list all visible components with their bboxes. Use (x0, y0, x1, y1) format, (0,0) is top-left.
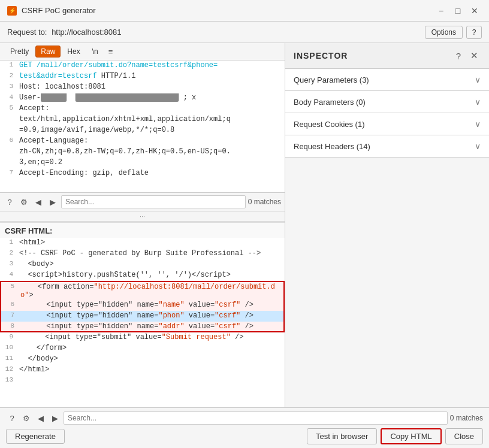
csrf-line-1: 1 <html> (0, 238, 285, 249)
csrf-line-9: 9 <input type="submit" value="Submit req… (0, 332, 285, 343)
settings-search-icon[interactable]: ⚙ (18, 196, 30, 208)
inspector-request-cookies: Request Cookies (1) ∨ (285, 113, 489, 135)
bottom-settings-icon[interactable]: ⚙ (20, 412, 32, 424)
csrf-line-3: 3 <body> (0, 259, 285, 270)
csrf-line-2: 2 <!-- CSRF PoC - generated by Burp Suit… (0, 249, 285, 259)
request-search-matches: 0 matches (248, 198, 281, 206)
request-bar: Request to: http://localhost:8081 Option… (0, 22, 489, 43)
bottom-search-matches: 0 matches (450, 414, 483, 422)
req-line-1: 1 GET /mall/order/submit.do?name=testcsr… (0, 60, 285, 71)
query-params-header[interactable]: Query Parameters (3) ∨ (285, 69, 489, 90)
menu-icon-button[interactable]: ≡ (105, 46, 117, 57)
csrf-line-11: 11 </body> (0, 354, 285, 365)
request-cookies-chevron: ∨ (475, 119, 481, 129)
request-search-input[interactable] (61, 195, 246, 208)
titlebar-controls: − □ ✕ (434, 5, 482, 17)
copy-html-button[interactable]: Copy HTML (381, 428, 441, 444)
app-icon: ⚡ (7, 6, 17, 16)
csrf-label: CSRF HTML: (0, 223, 285, 238)
tab-pretty[interactable]: Pretty (5, 46, 34, 57)
close-window-button[interactable]: ✕ (467, 5, 482, 17)
csrf-code: 1 <html> 2 <!-- CSRF PoC - generated by … (0, 238, 285, 407)
bottom-bar: ? ⚙ ◀ ▶ 0 matches Regenerate Test in bro… (0, 407, 489, 448)
csrf-line-8: 8 <input type="hidden" name="addr" value… (0, 322, 285, 332)
req-line-4: 4 User-██████ ████████████████████████ ;… (0, 93, 285, 104)
test-browser-button[interactable]: Test in browser (307, 428, 377, 444)
request-code: 1 GET /mall/order/submit.do?name=testcsr… (0, 60, 285, 192)
request-url: Request to: http://localhost:8081 (7, 28, 121, 37)
csrf-section: CSRF HTML: 1 <html> 2 <!-- CSRF PoC - ge… (0, 222, 285, 407)
request-headers-chevron: ∨ (475, 141, 481, 151)
inspector-controls: ? ✕ (452, 49, 481, 62)
inspector-help-button[interactable]: ? (452, 49, 465, 62)
req-line-6c: 3,en;q=0.2 (0, 158, 285, 168)
inspector-title: INSPECTOR (294, 51, 348, 60)
body-params-chevron: ∨ (475, 97, 481, 107)
request-headers-header[interactable]: Request Headers (14) ∨ (285, 135, 489, 157)
main-area: Pretty Raw Hex \n ≡ 1 GET /mall/order/su… (0, 43, 489, 407)
tab-newline[interactable]: \n (87, 46, 104, 57)
query-params-label: Query Parameters (3) (294, 75, 369, 84)
bottom-right-buttons: Test in browser Copy HTML Close (307, 428, 483, 444)
req-line-2: 2 test&addr=testcsrf HTTP/1.1 (0, 71, 285, 82)
help-search-icon[interactable]: ? (4, 196, 16, 208)
bottom-btn-row: Regenerate Test in browser Copy HTML Clo… (6, 428, 483, 444)
inspector-body-params: Body Parameters (0) ∨ (285, 91, 489, 113)
bottom-help-icon[interactable]: ? (6, 412, 18, 424)
csrf-line-4: 4 <script>history.pushState('', '', '/')… (0, 270, 285, 281)
csrf-line-7: 7 <input type="hidden" name="phon" value… (0, 311, 285, 322)
inspector-query-params: Query Parameters (3) ∨ (285, 69, 489, 91)
bottom-next-icon[interactable]: ▶ (49, 412, 61, 424)
request-toolbar: Pretty Raw Hex \n ≡ (0, 43, 285, 60)
next-match-icon[interactable]: ▶ (47, 196, 59, 208)
app-title: CSRF PoC generator (22, 6, 96, 15)
inspector-panel: INSPECTOR ? ✕ Query Parameters (3) ∨ Bod… (285, 43, 489, 407)
request-search-bar: ? ⚙ ◀ ▶ 0 matches (0, 192, 285, 211)
inspector-request-headers: Request Headers (14) ∨ (285, 135, 489, 158)
req-line-6b: zh-CN,zh;q=0.8,zh-TW;q=0.7,zh-HK;q=0.5,e… (0, 147, 285, 158)
body-params-header[interactable]: Body Parameters (0) ∨ (285, 91, 489, 113)
close-button[interactable]: Close (445, 428, 483, 444)
req-line-5c: =0.9,image/avif,image/webp,*/*;q=0.8 (0, 125, 285, 136)
req-line-5: 5 Accept: (0, 104, 285, 114)
bottom-search-input[interactable] (64, 411, 448, 425)
titlebar-left: ⚡ CSRF PoC generator (7, 6, 96, 16)
bottom-search-row: ? ⚙ ◀ ▶ 0 matches (6, 411, 483, 425)
req-line-3: 3 Host: localhost:8081 (0, 82, 285, 93)
inspector-header: INSPECTOR ? ✕ (285, 43, 489, 69)
req-line-5b: text/html,application/xhtml+xml,applicat… (0, 114, 285, 125)
csrf-line-13: 13 (0, 376, 285, 386)
prev-match-icon[interactable]: ◀ (32, 196, 44, 208)
csrf-line-5: 5 <form action="http://localhost:8081/ma… (0, 281, 285, 300)
csrf-line-10: 10 </form> (0, 343, 285, 354)
maximize-button[interactable]: □ (451, 5, 465, 17)
body-params-label: Body Parameters (0) (294, 98, 366, 107)
minimize-button[interactable]: − (434, 5, 448, 17)
request-cookies-label: Request Cookies (1) (294, 120, 365, 129)
csrf-line-6: 6 <input type="hidden" name="name" value… (0, 300, 285, 311)
regenerate-button[interactable]: Regenerate (6, 429, 65, 444)
inspector-close-button[interactable]: ✕ (467, 49, 481, 62)
tab-raw[interactable]: Raw (35, 46, 61, 57)
options-button[interactable]: Options (425, 26, 463, 39)
csrf-line-12: 12 </html> (0, 365, 285, 376)
request-cookies-header[interactable]: Request Cookies (1) ∨ (285, 113, 489, 135)
bottom-prev-icon[interactable]: ◀ (35, 412, 47, 424)
query-params-chevron: ∨ (475, 75, 481, 84)
help-button[interactable]: ? (466, 26, 482, 39)
left-panel: Pretty Raw Hex \n ≡ 1 GET /mall/order/su… (0, 43, 285, 407)
tab-hex[interactable]: Hex (62, 46, 85, 57)
titlebar: ⚡ CSRF PoC generator − □ ✕ (0, 0, 489, 22)
req-line-6: 6 Accept-Language: (0, 136, 285, 147)
req-line-7: 7 Accept-Encoding: gzip, deflate (0, 168, 285, 179)
divider-dots: ··· (0, 211, 285, 222)
request-headers-label: Request Headers (14) (294, 142, 370, 151)
form-highlight-container: 9 <input type="submit" value="Submit req… (0, 332, 285, 343)
